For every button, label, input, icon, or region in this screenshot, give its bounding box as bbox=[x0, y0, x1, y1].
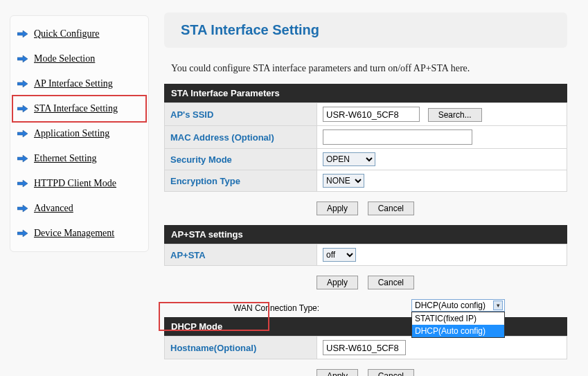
arrow-right-icon bbox=[17, 30, 28, 38]
sidebar: Quick Configure Mode Selection AP Interf… bbox=[0, 6, 149, 376]
nav-httpd-client[interactable]: HTTPD Client Mode bbox=[13, 171, 145, 196]
nav-device-management[interactable]: Device Management bbox=[13, 221, 145, 246]
nav-link[interactable]: Device Management bbox=[34, 228, 114, 239]
nav-ap-interface[interactable]: AP Interface Setting bbox=[13, 71, 145, 96]
sta-params-table: AP's SSID Search... MAC Address (Optiona… bbox=[164, 102, 567, 192]
ssid-label: AP's SSID bbox=[165, 103, 317, 126]
nav-mode-selection[interactable]: Mode Selection bbox=[13, 46, 145, 71]
dhcp-header: DHCP Mode bbox=[164, 317, 567, 336]
nav-link[interactable]: Quick Configure bbox=[34, 28, 99, 39]
sta-params-header: STA Interface Parameters bbox=[164, 84, 567, 102]
hostname-label: Hostname(Optional) bbox=[165, 337, 317, 359]
wan-dropdown: STATIC(fixed IP) DHCP(Auto config) bbox=[411, 312, 505, 338]
apply-button[interactable]: Apply bbox=[317, 202, 358, 215]
wan-option-static[interactable]: STATIC(fixed IP) bbox=[412, 312, 504, 325]
apsta-label: AP+STA bbox=[165, 244, 317, 266]
encryption-select[interactable]: NONE bbox=[323, 174, 364, 188]
cancel-button[interactable]: Cancel bbox=[368, 276, 414, 289]
hostname-input[interactable] bbox=[323, 340, 406, 355]
nav-link[interactable]: AP Interface Setting bbox=[34, 78, 113, 89]
arrow-right-icon bbox=[17, 179, 28, 188]
nav-ethernet-setting[interactable]: Ethernet Setting bbox=[13, 146, 145, 171]
cancel-button[interactable]: Cancel bbox=[368, 202, 414, 215]
main-content: STA Interface Setting You could configur… bbox=[157, 6, 588, 376]
encryption-label: Encryption Type bbox=[165, 170, 317, 192]
dhcp-table: Hostname(Optional) bbox=[164, 336, 567, 359]
nav-application-setting[interactable]: Application Setting bbox=[13, 121, 145, 146]
arrow-right-icon bbox=[17, 154, 28, 163]
wan-select[interactable]: DHCP(Auto config) ▾ bbox=[411, 299, 505, 312]
page-title-box: STA Interface Setting bbox=[164, 12, 567, 48]
mac-label: MAC Address (Optional) bbox=[165, 126, 317, 149]
page-description: You could configure STA interface parame… bbox=[164, 60, 567, 84]
apply-button[interactable]: Apply bbox=[317, 369, 358, 376]
nav-quick-configure[interactable]: Quick Configure bbox=[13, 21, 145, 46]
wan-label: WAN Connection Type: bbox=[233, 303, 319, 313]
search-button[interactable]: Search... bbox=[428, 108, 482, 122]
nav-link[interactable]: HTTPD Client Mode bbox=[34, 178, 116, 189]
nav-link[interactable]: Application Setting bbox=[34, 128, 109, 139]
wan-select-value: DHCP(Auto config) bbox=[415, 301, 485, 310]
arrow-right-icon bbox=[17, 80, 28, 88]
arrow-right-icon bbox=[17, 129, 28, 138]
arrow-right-icon bbox=[17, 204, 28, 213]
cancel-button[interactable]: Cancel bbox=[368, 369, 414, 376]
apsta-select[interactable]: off bbox=[323, 248, 356, 262]
security-label: Security Mode bbox=[165, 149, 317, 170]
apsta-header: AP+STA settings bbox=[164, 225, 567, 244]
nav-link[interactable]: Ethernet Setting bbox=[34, 153, 97, 164]
wan-option-dhcp[interactable]: DHCP(Auto config) bbox=[412, 325, 504, 337]
nav-link[interactable]: STA Interface Setting bbox=[34, 103, 118, 114]
nav-sta-interface[interactable]: STA Interface Setting bbox=[13, 96, 145, 121]
apsta-table: AP+STA off bbox=[164, 244, 567, 266]
mac-input[interactable] bbox=[323, 129, 472, 145]
chevron-down-icon: ▾ bbox=[493, 301, 503, 310]
ssid-input[interactable] bbox=[323, 107, 420, 122]
wan-row: WAN Connection Type: DHCP(Auto config) ▾… bbox=[164, 299, 567, 317]
apply-button[interactable]: Apply bbox=[317, 276, 358, 289]
arrow-right-icon bbox=[17, 229, 28, 238]
arrow-right-icon bbox=[17, 105, 28, 113]
page-title: STA Interface Setting bbox=[181, 22, 551, 38]
security-select[interactable]: OPEN bbox=[323, 152, 375, 166]
nav-link[interactable]: Mode Selection bbox=[34, 53, 95, 64]
arrow-right-icon bbox=[17, 55, 28, 63]
nav-advanced[interactable]: Advanced bbox=[13, 196, 145, 221]
nav-link[interactable]: Advanced bbox=[34, 203, 73, 214]
